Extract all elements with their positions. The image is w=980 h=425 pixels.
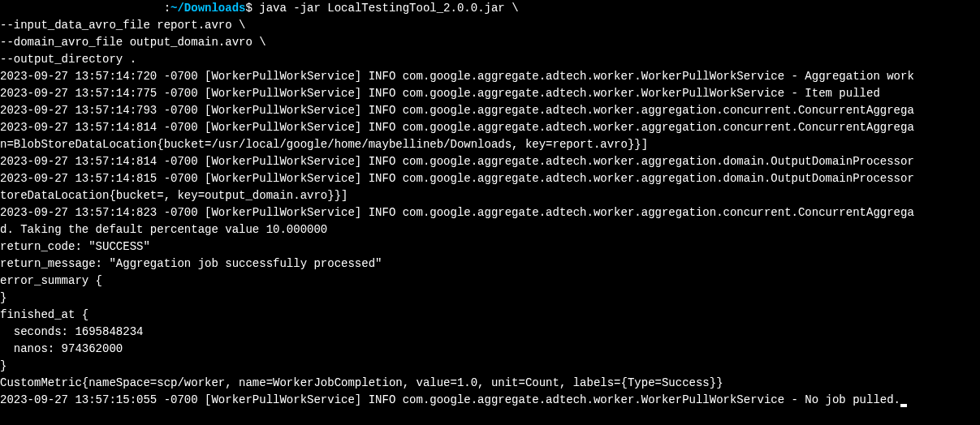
terminal-line: } bbox=[0, 358, 980, 375]
prompt-line: :~/Downloads$ java -jar LocalTestingTool… bbox=[0, 0, 980, 17]
terminal-line: finished_at { bbox=[0, 307, 980, 324]
terminal-line: error_summary { bbox=[0, 273, 980, 290]
terminal-line: return_code: "SUCCESS" bbox=[0, 238, 980, 255]
terminal-line: d. Taking the default percentage value 1… bbox=[0, 221, 980, 238]
terminal-line: 2023-09-27 13:57:14:815 -0700 [WorkerPul… bbox=[0, 170, 980, 187]
terminal-line: 2023-09-27 13:57:14:793 -0700 [WorkerPul… bbox=[0, 102, 980, 119]
terminal-line: seconds: 1695848234 bbox=[0, 324, 980, 341]
terminal-line: 2023-09-27 13:57:14:775 -0700 [WorkerPul… bbox=[0, 85, 980, 102]
cursor bbox=[900, 404, 907, 407]
terminal-line: } bbox=[0, 290, 980, 307]
terminal-line: n=BlobStoreDataLocation{bucket=/usr/loca… bbox=[0, 136, 980, 153]
command-text: java -jar LocalTestingTool_2.0.0.jar \ bbox=[259, 2, 518, 15]
prompt-colon: : bbox=[164, 2, 171, 15]
terminal-line: 2023-09-27 13:57:14:720 -0700 [WorkerPul… bbox=[0, 68, 980, 85]
terminal-window[interactable]: :~/Downloads$ java -jar LocalTestingTool… bbox=[0, 0, 980, 409]
terminal-line: --domain_avro_file output_domain.avro \ bbox=[0, 34, 980, 51]
prompt-dollar: $ bbox=[245, 2, 259, 15]
terminal-line: CustomMetric{nameSpace=scp/worker, name=… bbox=[0, 375, 980, 392]
prompt-path: ~/Downloads bbox=[171, 2, 245, 15]
terminal-line: return_message: "Aggregation job success… bbox=[0, 255, 980, 273]
terminal-line: --input_data_avro_file report.avro \ bbox=[0, 17, 980, 34]
terminal-line: --output_directory . bbox=[0, 51, 980, 68]
terminal-line: 2023-09-27 13:57:14:814 -0700 [WorkerPul… bbox=[0, 119, 980, 136]
terminal-line: toreDataLocation{bucket=, key=output_dom… bbox=[0, 187, 980, 204]
terminal-line: 2023-09-27 13:57:14:823 -0700 [WorkerPul… bbox=[0, 204, 980, 221]
redacted-hostname bbox=[0, 0, 164, 17]
terminal-line: nanos: 974362000 bbox=[0, 341, 980, 358]
terminal-line: 2023-09-27 13:57:14:814 -0700 [WorkerPul… bbox=[0, 153, 980, 170]
terminal-line: 2023-09-27 13:57:15:055 -0700 [WorkerPul… bbox=[0, 392, 980, 409]
